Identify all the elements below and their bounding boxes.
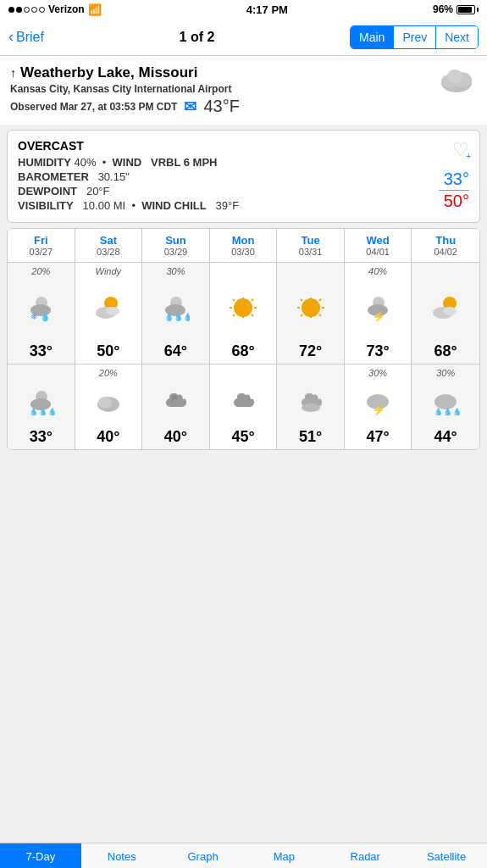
icon-sun-low	[161, 391, 190, 418]
heart-container: ♡ +	[452, 139, 469, 161]
wind-label: WIND	[113, 156, 142, 169]
back-label: Brief	[16, 30, 44, 45]
day-date-fri: 03/27	[9, 247, 73, 257]
precip-fri-low	[40, 368, 42, 378]
wind-chill-label: WIND CHILL	[141, 199, 207, 212]
low-sat: 20% 40°	[75, 364, 143, 449]
main-button[interactable]: Main	[351, 26, 394, 48]
location-temp-right	[436, 64, 477, 103]
icon-mon-high	[229, 297, 257, 324]
day-name-sun: Sun	[144, 234, 208, 247]
day-name-wed: Wed	[346, 234, 410, 247]
precip-sun-high: 30%	[166, 266, 185, 276]
dot5	[39, 7, 45, 13]
precip-sun-low	[174, 368, 177, 378]
icon-tue-low	[296, 391, 325, 418]
svg-text:💧💧💧: 💧💧💧	[434, 407, 460, 415]
barometer-label: BAROMETER	[18, 170, 89, 183]
visibility-label: VISIBILITY	[18, 199, 74, 212]
high-mon: 68°	[210, 263, 278, 364]
status-time: 4:17 PM	[246, 3, 288, 16]
high-sat: Windy 50°	[75, 263, 143, 364]
high-wed: 40% ⚡ 73°	[345, 263, 412, 364]
low-tue: 51°	[277, 364, 345, 449]
day-header-sun: Sun 03/29	[142, 229, 210, 262]
svg-text:💧: 💧	[40, 311, 51, 321]
location-header: ↑ Weatherby Lake, Missouri Kansas City, …	[0, 56, 487, 125]
day-header-thu: Thu 04/02	[412, 229, 479, 262]
svg-point-3	[447, 70, 462, 83]
chevron-left-icon: ‹	[8, 28, 14, 46]
wifi-icon: 📶	[88, 3, 102, 16]
email-icon[interactable]: ✉	[184, 97, 196, 116]
precip-wed-high: 40%	[368, 266, 387, 276]
low-mon: 45°	[210, 364, 278, 449]
svg-text:⚡: ⚡	[372, 403, 386, 415]
visibility-value: 10.00 MI	[83, 199, 126, 212]
svg-line-21	[252, 299, 253, 301]
status-left: Verizon 📶	[8, 3, 102, 16]
svg-point-23	[302, 298, 320, 317]
precip-mon-high	[241, 266, 244, 276]
humidity-label: HUMIDITY	[18, 156, 71, 169]
barometer-value: 30.15"	[98, 170, 130, 183]
day-name-tue: Tue	[279, 234, 342, 247]
nav-bar: ‹ Brief 1 of 2 Main Prev Next	[0, 19, 487, 56]
plus-icon: +	[466, 152, 471, 161]
arrow-up-icon: ↑	[10, 66, 16, 80]
current-weather-icon	[436, 64, 477, 103]
carrier-label: Verizon	[48, 3, 85, 15]
back-button[interactable]: ‹ Brief	[8, 28, 44, 46]
svg-line-19	[233, 299, 235, 301]
icon-sun-high: 💧💧💧	[161, 296, 190, 325]
temp-sat-low: 40°	[97, 428, 119, 446]
svg-line-30	[319, 299, 321, 301]
icon-wed-high: ⚡	[363, 296, 392, 325]
precip-tue-high	[309, 266, 312, 276]
dewpoint-label: DEWPOINT	[18, 185, 77, 198]
main-content: ↑ Weatherby Lake, Missouri Kansas City, …	[0, 56, 487, 499]
prev-button[interactable]: Prev	[394, 26, 436, 48]
svg-line-29	[319, 314, 321, 316]
temp-fri-high: 33°	[30, 342, 53, 360]
low-sun: 40°	[142, 364, 210, 449]
temp-wed-high: 73°	[367, 342, 390, 360]
day-date-thu: 04/02	[413, 247, 478, 257]
temp-divider	[439, 190, 469, 191]
day-date-tue: 03/31	[279, 247, 342, 257]
day-name-thu: Thu	[413, 234, 478, 247]
conditions-right: ♡ + 33° 50°	[439, 139, 469, 214]
status-bar: Verizon 📶 4:17 PM 96%	[0, 0, 487, 19]
low-wed: 30% ⚡ 47°	[345, 364, 412, 449]
svg-line-22	[233, 314, 235, 316]
low-thu: 30% 💧💧💧 44°	[412, 364, 479, 449]
page-indicator: 1 of 2	[44, 30, 350, 45]
day-header-fri: Fri 03/27	[8, 229, 75, 262]
precip-mon-low	[241, 368, 244, 378]
temp-tue-high: 72°	[299, 342, 322, 360]
temp-sat-high: 50°	[97, 342, 119, 360]
forecast-header: Fri 03/27 Sat 03/28 Sun 03/29 Mon 03/30 …	[8, 229, 479, 263]
current-temp: 43°F	[203, 97, 239, 116]
location-sub: Kansas City, Kansas City International A…	[10, 83, 240, 95]
battery-percent: 96%	[433, 3, 453, 15]
icon-sat-high	[94, 296, 123, 325]
precip-sat-high: Windy	[96, 266, 121, 276]
visibility-row: VISIBILITY 10.00 MI • WIND CHILL 39°F	[18, 199, 439, 212]
dot4	[31, 7, 37, 13]
day-header-sat: Sat 03/28	[75, 229, 143, 262]
icon-tue-high	[296, 297, 325, 324]
day-name-sat: Sat	[77, 234, 141, 247]
status-right: 96%	[433, 3, 479, 15]
day-name-mon: Mon	[212, 234, 275, 247]
svg-text:💧💧💧: 💧💧💧	[164, 312, 190, 321]
day-header-tue: Tue 03/31	[277, 229, 345, 262]
next-button[interactable]: Next	[436, 26, 478, 48]
signal-strength	[8, 7, 45, 13]
precip-thu-low: 30%	[436, 368, 455, 378]
high-sun: 30% 💧💧💧 64°	[142, 263, 210, 364]
icon-fri-low: 💧💧💧	[26, 390, 55, 419]
day-header-wed: Wed 04/01	[345, 229, 412, 262]
svg-text:❄: ❄	[30, 312, 37, 321]
location-info: ↑ Weatherby Lake, Missouri Kansas City, …	[10, 64, 240, 116]
